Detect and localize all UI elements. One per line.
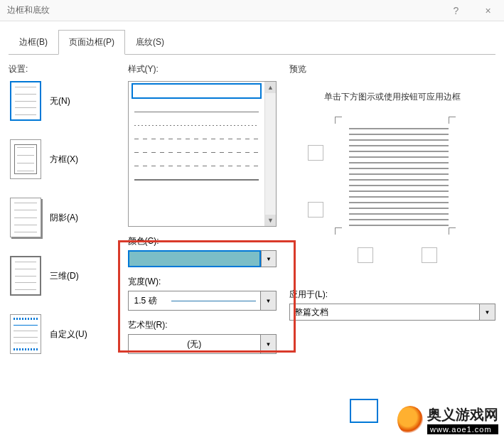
tab-shading[interactable]: 底纹(S) — [125, 30, 175, 55]
width-preview-line — [171, 301, 256, 301]
preview-label: 预览 — [289, 63, 495, 75]
chevron-down-icon[interactable]: ▼ — [260, 291, 276, 310]
style-scrollbar[interactable]: ▲ ▼ — [264, 82, 276, 226]
width-value: 1.5 磅 — [129, 295, 171, 307]
help-button[interactable]: ? — [440, 0, 472, 21]
setting-3d-label: 三维(D) — [50, 270, 79, 282]
setting-shadow-thumb[interactable] — [10, 198, 41, 237]
width-combo[interactable]: 1.5 磅 ▼ — [128, 291, 277, 311]
watermark: 奥义游戏网 www.aoe1.com — [397, 405, 498, 434]
color-label: 颜色(C): — [128, 235, 277, 247]
chevron-down-icon[interactable]: ▼ — [260, 335, 276, 353]
apply-label: 应用于(L): — [289, 289, 495, 301]
preview-diagram[interactable] — [294, 117, 493, 280]
setting-custom-thumb[interactable] — [10, 314, 41, 354]
chevron-down-icon[interactable]: ▼ — [479, 304, 495, 320]
setting-none-thumb[interactable] — [10, 81, 41, 121]
scroll-up-icon[interactable]: ▲ — [265, 82, 276, 93]
window-title: 边框和底纹 — [7, 4, 50, 16]
close-button[interactable]: × — [472, 0, 504, 21]
width-label: 宽度(W): — [128, 276, 277, 288]
edge-top-button[interactable] — [308, 145, 323, 161]
setting-box-thumb[interactable] — [10, 139, 41, 179]
style-label: 样式(Y): — [128, 63, 277, 75]
setting-box-label: 方框(X) — [50, 154, 78, 166]
setting-custom-label: 自定义(U) — [50, 328, 87, 340]
setting-none-label: 无(N) — [50, 95, 70, 107]
edge-bottom-button[interactable] — [308, 202, 323, 218]
setting-3d-thumb[interactable] — [10, 256, 41, 296]
edge-right-button[interactable] — [422, 247, 437, 263]
chevron-down-icon[interactable]: ▼ — [261, 250, 277, 267]
tab-page-borders[interactable]: 页面边框(P) — [58, 30, 125, 55]
settings-label: 设置: — [9, 63, 115, 75]
art-combo[interactable]: (无) ▼ — [128, 334, 277, 354]
style-listbox[interactable]: ▲ ▼ — [128, 81, 277, 227]
watermark-url: www.aoe1.com — [427, 424, 498, 434]
setting-shadow-label: 阴影(A) — [50, 212, 78, 224]
apply-combo[interactable]: 整篇文档 ▼ — [289, 304, 495, 321]
preview-page — [349, 128, 449, 227]
color-combo[interactable]: ▼ — [128, 250, 277, 267]
watermark-name: 奥义游戏网 — [427, 405, 498, 424]
scroll-down-icon[interactable]: ▼ — [265, 215, 276, 226]
color-swatch — [128, 250, 261, 267]
apply-value: 整篇文档 — [290, 304, 479, 320]
focus-rect — [350, 399, 378, 423]
art-label: 艺术型(R): — [128, 319, 277, 331]
flame-icon — [397, 406, 423, 434]
art-value: (无) — [129, 335, 260, 353]
preview-hint: 单击下方图示或使用按钮可应用边框 — [311, 90, 474, 104]
tab-borders[interactable]: 边框(B) — [9, 30, 58, 55]
edge-left-button[interactable] — [358, 247, 373, 263]
